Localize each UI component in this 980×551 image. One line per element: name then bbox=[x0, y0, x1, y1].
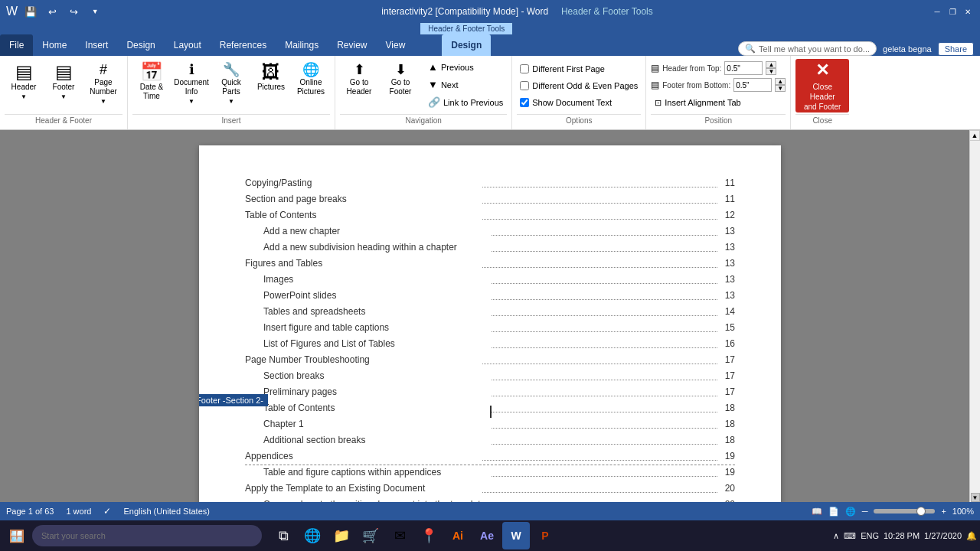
date-time-button[interactable]: 📅 Date &Time bbox=[132, 59, 171, 105]
toc-page: 14 bbox=[720, 305, 735, 318]
footer-button[interactable]: ▤ Footer ▼ bbox=[44, 59, 83, 104]
page-number-button[interactable]: # PageNumber ▼ bbox=[84, 59, 122, 109]
diff-first-page-checkbox[interactable] bbox=[520, 64, 529, 73]
taskbar-notification-btn[interactable]: 🔔 bbox=[966, 531, 977, 541]
share-button[interactable]: Share bbox=[938, 42, 974, 56]
print-layout-icon[interactable]: 📄 bbox=[828, 507, 839, 517]
taskbar-app-task-view[interactable]: ⧉ bbox=[270, 522, 297, 549]
diff-odd-even-check[interactable]: Different Odd & Even Pages bbox=[517, 80, 641, 92]
tab-mailings[interactable]: Mailings bbox=[276, 34, 328, 56]
taskbar-language: ENG bbox=[861, 531, 879, 540]
taskbar-app-maps[interactable]: 📍 bbox=[415, 522, 443, 549]
scroll-down-arrow[interactable]: ▼ bbox=[971, 493, 980, 502]
toc-page: 16 bbox=[720, 337, 735, 350]
window-controls: ─ ❐ ✕ bbox=[931, 5, 974, 18]
next-label: Next bbox=[441, 80, 459, 90]
footer-spin-up[interactable]: ▲ bbox=[775, 78, 786, 85]
tell-me-input[interactable]: 🔍 Tell me what you want to do... bbox=[738, 41, 877, 56]
quick-access-save[interactable]: 💾 bbox=[22, 3, 39, 20]
toc-dots bbox=[492, 270, 717, 284]
document-info-button[interactable]: ℹ DocumentInfo ▼ bbox=[172, 59, 211, 109]
ribbon-section-navigation: ⬆ Go toHeader ⬇ Go toFooter ▲ Previous ▼… bbox=[335, 56, 512, 129]
quick-access-dropdown[interactable]: ▼ bbox=[87, 3, 103, 20]
status-right: 📖 📄 🌐 ─ + 100% bbox=[812, 507, 974, 517]
toc-dots bbox=[492, 399, 717, 412]
toc-entry: Section and page breaks 11 bbox=[245, 192, 735, 206]
taskbar-keyboard-icon[interactable]: ⌨ bbox=[844, 531, 856, 541]
footer-from-bottom-input[interactable] bbox=[733, 78, 772, 92]
zoom-in-btn[interactable]: + bbox=[941, 507, 946, 516]
tab-view[interactable]: View bbox=[377, 34, 415, 56]
toc-page: 12 bbox=[720, 208, 735, 222]
tab-design[interactable]: Design bbox=[117, 34, 164, 56]
show-doc-text-label: Show Document Text bbox=[532, 98, 612, 107]
insert-alignment-tab-button[interactable]: ⊡ Insert Alignment Tab bbox=[651, 95, 744, 110]
tab-references[interactable]: References bbox=[211, 34, 276, 56]
status-left: Page 1 of 63 1 word ✓ English (United St… bbox=[6, 506, 210, 517]
header-button[interactable]: ▤ Header ▼ bbox=[5, 59, 43, 104]
taskbar-up-arrow[interactable]: ∧ bbox=[833, 531, 839, 541]
quick-access-redo[interactable]: ↪ bbox=[65, 3, 82, 20]
goto-header-button[interactable]: ⬆ Go toHeader bbox=[340, 59, 378, 100]
toc-dots bbox=[492, 222, 717, 236]
taskbar-app-aftereffects[interactable]: Ae bbox=[473, 522, 501, 549]
quick-access-undo[interactable]: ↩ bbox=[44, 3, 60, 20]
taskbar-app-illustrator[interactable]: Ai bbox=[444, 522, 472, 549]
tab-file[interactable]: File bbox=[0, 34, 33, 56]
goto-footer-label: Go toFooter bbox=[390, 78, 412, 96]
taskbar-app-edge[interactable]: 🌐 bbox=[299, 522, 326, 549]
pictures-button[interactable]: 🖼 Pictures bbox=[252, 59, 290, 96]
quick-parts-button[interactable]: 🔧 QuickParts ▼ bbox=[212, 59, 250, 109]
tab-home[interactable]: Home bbox=[33, 34, 76, 56]
footer-from-bottom-label: Footer from Bottom: bbox=[662, 81, 730, 90]
show-doc-text-check[interactable]: Show Document Text bbox=[517, 96, 615, 109]
web-layout-icon[interactable]: 🌐 bbox=[845, 507, 856, 517]
taskbar-app-file-explorer[interactable]: 📁 bbox=[328, 522, 355, 549]
tab-context-design[interactable]: Design bbox=[442, 34, 491, 56]
minimize-btn[interactable]: ─ bbox=[931, 5, 943, 18]
taskbar-app-store[interactable]: 🛒 bbox=[357, 522, 384, 549]
previous-button[interactable]: ▲ Previous bbox=[424, 59, 507, 75]
start-button[interactable]: 🪟 bbox=[3, 522, 31, 549]
taskbar-app-powerpoint[interactable]: P bbox=[531, 522, 559, 549]
close-header-footer-button[interactable]: ✕ Close Headerand Footer bbox=[795, 59, 849, 112]
doc-info-dropdown-icon: ▼ bbox=[188, 98, 194, 105]
show-doc-text-checkbox[interactable] bbox=[520, 98, 529, 107]
online-pictures-button[interactable]: 🌐 OnlinePictures bbox=[292, 59, 330, 100]
footer-from-bottom-icon: ▤ bbox=[651, 80, 659, 90]
close-btn[interactable]: ✕ bbox=[962, 5, 974, 18]
document-page: Copying/Pasting 11 Section and page brea… bbox=[199, 145, 781, 502]
scrollbar-right[interactable]: ▲ ▼ bbox=[969, 130, 980, 502]
read-mode-icon[interactable]: 📖 bbox=[812, 507, 822, 517]
diff-first-page-check[interactable]: Different First Page bbox=[517, 63, 608, 75]
header-spin-up[interactable]: ▲ bbox=[766, 61, 776, 68]
next-button[interactable]: ▼ Next bbox=[424, 77, 507, 93]
close-x-icon: ✕ bbox=[815, 60, 829, 80]
tab-review[interactable]: Review bbox=[328, 34, 376, 56]
link-to-previous-button[interactable]: 🔗 Link to Previous bbox=[424, 94, 507, 110]
goto-footer-button[interactable]: ⬇ Go toFooter bbox=[381, 59, 420, 100]
restore-btn[interactable]: ❐ bbox=[946, 5, 959, 18]
footer-area: Footer -Section 2- bbox=[245, 465, 735, 471]
taskbar-apps: ⧉ 🌐 📁 🛒 ✉ 📍 Ai Ae W P bbox=[270, 522, 559, 549]
tell-me-text: Tell me what you want to do... bbox=[759, 44, 870, 54]
header-from-top-input[interactable] bbox=[724, 61, 763, 75]
zoom-slider-thumb[interactable] bbox=[916, 507, 926, 516]
page-number-label: PageNumber bbox=[90, 78, 117, 96]
taskbar-search[interactable] bbox=[32, 525, 262, 546]
status-bar: Page 1 of 63 1 word ✓ English (United St… bbox=[0, 502, 980, 520]
tab-insert[interactable]: Insert bbox=[76, 34, 117, 56]
header-spin-down[interactable]: ▼ bbox=[766, 68, 776, 75]
zoom-out-btn[interactable]: ─ bbox=[862, 507, 868, 516]
zoom-slider[interactable] bbox=[874, 509, 935, 514]
footer-spin-down[interactable]: ▼ bbox=[775, 85, 786, 92]
toc-dots bbox=[492, 495, 717, 502]
scroll-up-btn[interactable]: ▲ bbox=[969, 130, 980, 141]
diff-odd-even-checkbox[interactable] bbox=[520, 81, 529, 90]
toc-entry: Preliminary pages 17 bbox=[245, 385, 735, 399]
tab-layout[interactable]: Layout bbox=[165, 34, 211, 56]
taskbar-app-word[interactable]: W bbox=[502, 522, 530, 549]
toc-title: Appendices bbox=[245, 449, 480, 463]
taskbar-app-mail[interactable]: ✉ bbox=[386, 522, 413, 549]
quick-parts-label: QuickParts bbox=[221, 78, 241, 96]
